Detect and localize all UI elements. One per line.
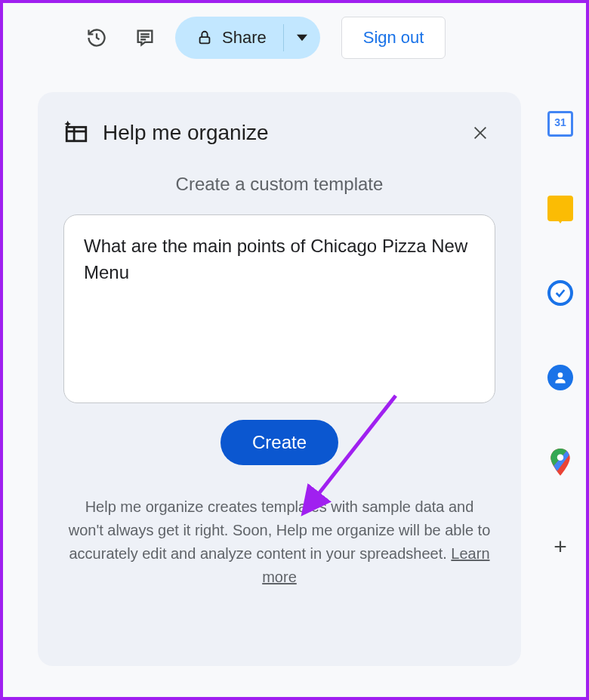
svg-point-4 bbox=[558, 372, 563, 378]
calendar-app-button[interactable] bbox=[545, 109, 575, 139]
contacts-icon bbox=[547, 365, 573, 390]
plus-icon: + bbox=[554, 535, 567, 558]
svg-rect-3 bbox=[200, 37, 210, 43]
share-dropdown-button[interactable] bbox=[284, 17, 320, 59]
help-me-organize-panel: Help me organize Create a custom templat… bbox=[38, 92, 521, 666]
share-button[interactable]: Share bbox=[175, 17, 283, 59]
close-icon bbox=[472, 125, 489, 141]
create-button[interactable]: Create bbox=[220, 420, 338, 465]
chevron-down-icon bbox=[297, 32, 307, 43]
panel-header: Help me organize bbox=[63, 118, 495, 148]
panel-title: Help me organize bbox=[103, 121, 452, 145]
add-addon-button[interactable]: + bbox=[545, 532, 575, 562]
keep-icon bbox=[547, 196, 573, 221]
prompt-input[interactable]: What are the main points of Chicago Pizz… bbox=[63, 214, 495, 403]
maps-app-button[interactable] bbox=[545, 447, 575, 477]
maps-icon bbox=[550, 449, 570, 476]
share-label: Share bbox=[222, 28, 267, 48]
disclaimer-text: Help me organize creates templates with … bbox=[63, 495, 495, 589]
panel-subtitle: Create a custom template bbox=[63, 174, 495, 195]
contacts-app-button[interactable] bbox=[545, 362, 575, 393]
share-button-group: Share bbox=[175, 17, 320, 59]
signout-button[interactable]: Sign out bbox=[341, 17, 446, 59]
tasks-icon bbox=[547, 280, 573, 306]
help-me-organize-icon bbox=[63, 119, 89, 147]
close-button[interactable] bbox=[465, 118, 495, 148]
calendar-icon bbox=[547, 111, 573, 137]
disclaimer-body: Help me organize creates templates with … bbox=[69, 498, 491, 562]
version-history-button[interactable] bbox=[79, 20, 115, 56]
svg-point-6 bbox=[557, 454, 563, 460]
top-toolbar: Share Sign out bbox=[3, 15, 586, 60]
tasks-app-button[interactable] bbox=[545, 278, 575, 308]
svg-rect-7 bbox=[66, 127, 86, 140]
side-panel: + bbox=[544, 109, 577, 562]
lock-icon bbox=[196, 29, 213, 46]
comments-button[interactable] bbox=[127, 20, 163, 56]
keep-app-button[interactable] bbox=[545, 193, 575, 224]
